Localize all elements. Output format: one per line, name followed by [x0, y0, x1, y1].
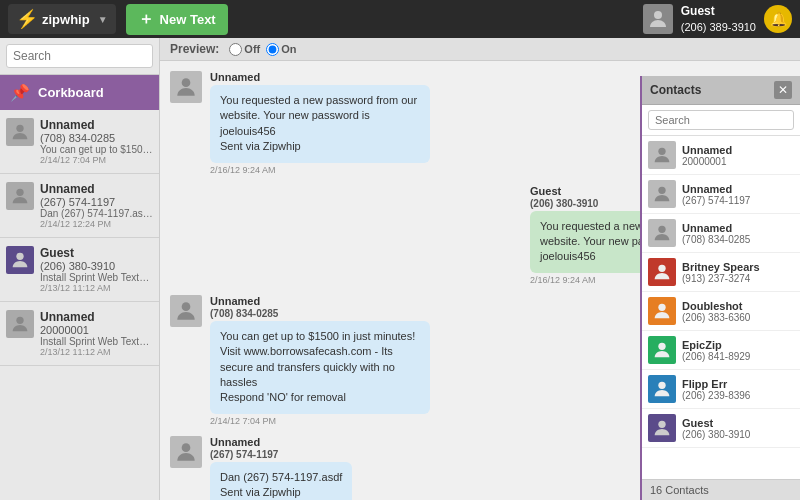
svg-point-0	[654, 11, 662, 19]
contact-avatar	[648, 219, 676, 247]
avatar	[6, 118, 34, 146]
contact-phone: (206) 383-6360	[682, 312, 794, 323]
contact-avatar	[648, 414, 676, 442]
contact-item[interactable]: Unnamed (267) 574-1197	[642, 175, 800, 214]
contact-phone: (206) 239-8396	[682, 390, 794, 401]
svg-point-13	[658, 304, 665, 311]
sidebar-item-preview: You can get up to $1500 in just min...	[40, 144, 153, 155]
new-text-button[interactable]: ＋ New Text	[126, 4, 228, 35]
msg-avatar	[170, 71, 202, 103]
sender-name: Guest	[530, 185, 561, 197]
user-phone: (206) 389-3910	[681, 20, 756, 35]
sidebar-item-info: Guest (206) 380-3910 Install Sprint Web …	[40, 246, 153, 293]
contact-phone: (206) 841-8929	[682, 351, 794, 362]
svg-point-7	[182, 302, 191, 311]
contacts-close-button[interactable]: ✕	[774, 81, 792, 99]
contact-phone: (708) 834-0285	[682, 234, 794, 245]
sidebar-item-name: Guest	[40, 246, 153, 260]
contacts-search-area	[642, 105, 800, 136]
radio-group: Off On	[229, 43, 296, 56]
contacts-footer: 16 Contacts	[642, 479, 800, 500]
bubble-text: You can get up to $1500 in just minutes!…	[210, 321, 430, 414]
sidebar-item-phone: (708) 834-0285	[40, 132, 153, 144]
contact-info: Guest (206) 380-3910	[682, 417, 794, 440]
notification-icon[interactable]: 🔔	[764, 5, 792, 33]
sidebar-item-name: Unnamed	[40, 118, 153, 132]
contact-item[interactable]: Unnamed (708) 834-0285	[642, 214, 800, 253]
contacts-header: Contacts ✕	[642, 76, 800, 105]
contact-item[interactable]: Doubleshot (206) 383-6360	[642, 292, 800, 331]
svg-point-1	[16, 125, 23, 132]
sidebar-item-preview: Dan (267) 574-1197.asdf Sent via Z...	[40, 208, 153, 219]
contact-info: EpicZip (206) 841-8929	[682, 339, 794, 362]
bubble-text: You requested a new password from our we…	[210, 85, 430, 163]
bubble-time: 2/16/12 9:24 AM	[210, 165, 430, 175]
sidebar-item-date: 2/14/12 7:04 PM	[40, 155, 153, 165]
bubble-content: Unnamed (708) 834-0285 You can get up to…	[210, 295, 430, 426]
topbar: ⚡ zipwhip ▼ ＋ New Text Guest (206) 389-3…	[0, 0, 800, 38]
bubble-sender: Unnamed (267) 574-1197	[210, 436, 352, 460]
contacts-list: Unnamed 20000001 Unnamed (267) 574-1197	[642, 136, 800, 479]
svg-point-10	[658, 187, 665, 194]
svg-point-4	[16, 317, 23, 324]
list-item[interactable]: Unnamed (708) 834-0285 You can get up to…	[0, 110, 159, 174]
svg-point-2	[16, 189, 23, 196]
guest-avatar	[6, 246, 34, 274]
sidebar-item-name: Unnamed	[40, 182, 153, 196]
contact-info: Doubleshot (206) 383-6360	[682, 300, 794, 323]
bubble-time: 2/14/12 7:04 PM	[210, 416, 430, 426]
sidebar-item-preview: Install Sprint Web Texter Plus on yo...	[40, 272, 153, 283]
contact-info: Britney Spears (913) 237-3274	[682, 261, 794, 284]
user-avatar-top	[643, 4, 673, 34]
contact-item[interactable]: Flipp Err (206) 239-8396	[642, 370, 800, 409]
sidebar-item-name: Unnamed	[40, 310, 153, 324]
contact-name: Flipp Err	[682, 378, 794, 390]
svg-point-14	[658, 343, 665, 350]
contact-info: Unnamed 20000001	[682, 144, 794, 167]
sidebar-item-preview: Install Sprint Web Texter Plus on yo...	[40, 336, 153, 347]
contact-item[interactable]: Unnamed 20000001	[642, 136, 800, 175]
sidebar-item-phone: (206) 380-3910	[40, 260, 153, 272]
list-item[interactable]: Unnamed (267) 574-1197 Dan (267) 574-119…	[0, 174, 159, 238]
radio-on[interactable]: On	[266, 43, 296, 56]
svg-point-8	[182, 443, 191, 452]
bubble-sender: Unnamed	[210, 71, 430, 83]
user-name: Guest	[681, 3, 756, 20]
contact-avatar	[648, 336, 676, 364]
msg-avatar	[170, 436, 202, 468]
radio-on-input[interactable]	[266, 43, 279, 56]
svg-point-9	[658, 148, 665, 155]
contact-name: EpicZip	[682, 339, 794, 351]
contact-name: Unnamed	[682, 183, 794, 195]
preview-header: Preview: Off On	[160, 38, 800, 61]
contact-item[interactable]: EpicZip (206) 841-8929	[642, 331, 800, 370]
svg-point-3	[16, 253, 23, 260]
sidebar-item-info: Unnamed (708) 834-0285 You can get up to…	[40, 118, 153, 165]
svg-point-5	[182, 78, 191, 87]
contact-item[interactable]: Guest (206) 380-3910	[642, 409, 800, 448]
corkboard-tab[interactable]: 📌 Corkboard	[0, 75, 159, 110]
sidebar-item-info: Unnamed (267) 574-1197 Dan (267) 574-119…	[40, 182, 153, 229]
list-item[interactable]: Unnamed 20000001 Install Sprint Web Text…	[0, 302, 159, 366]
sidebar-search-area	[0, 38, 159, 75]
user-area: Guest (206) 389-3910 🔔	[643, 3, 792, 35]
svg-point-16	[658, 421, 665, 428]
bell-icon: 🔔	[770, 11, 787, 27]
logo-area[interactable]: ⚡ zipwhip ▼	[8, 4, 116, 34]
radio-off[interactable]: Off	[229, 43, 260, 56]
contact-name: Guest	[682, 417, 794, 429]
user-info: Guest (206) 389-3910	[681, 3, 756, 35]
corkboard-label: Corkboard	[38, 85, 104, 100]
contacts-search-input[interactable]	[648, 110, 794, 130]
radio-off-input[interactable]	[229, 43, 242, 56]
sender-phone: (708) 834-0285	[210, 308, 278, 319]
sidebar-search-input[interactable]	[6, 44, 153, 68]
contact-phone: (267) 574-1197	[682, 195, 794, 206]
list-item[interactable]: Guest (206) 380-3910 Install Sprint Web …	[0, 238, 159, 302]
contact-info: Unnamed (708) 834-0285	[682, 222, 794, 245]
contact-avatar	[648, 180, 676, 208]
contact-item[interactable]: Britney Spears (913) 237-3274	[642, 253, 800, 292]
preview-label: Preview:	[170, 42, 219, 56]
bubble-content: Unnamed (267) 574-1197 Dan (267) 574-119…	[210, 436, 352, 500]
contact-name: Unnamed	[682, 222, 794, 234]
